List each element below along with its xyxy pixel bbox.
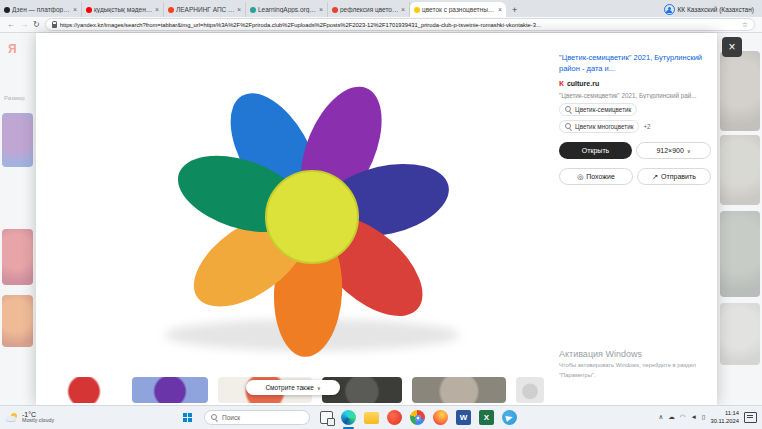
cloud-icon[interactable]: ☁: [668, 414, 675, 421]
tab-close-icon[interactable]: ×: [73, 6, 77, 13]
tag-chip[interactable]: Цветик-семицветик: [559, 103, 637, 116]
excel-icon[interactable]: X: [479, 410, 494, 425]
image-source-link[interactable]: К culture.ru: [559, 79, 711, 88]
profile-avatar-icon: [664, 4, 675, 15]
size-label: 912×900: [656, 147, 683, 154]
image-stage: [46, 57, 546, 373]
browser-tab[interactable]: ЛЕАРНИНГ АПС — Яндек...×: [164, 2, 246, 17]
close-viewer-button[interactable]: ×: [722, 37, 742, 57]
background-page-right: [717, 33, 762, 405]
browser-tab-bar: Дзен — платформа для п...×қудықстық мәде…: [0, 0, 762, 17]
word-icon[interactable]: W: [456, 410, 471, 425]
back-button[interactable]: ←: [7, 21, 15, 29]
similar-label: Похожие: [586, 173, 615, 180]
volume-icon[interactable]: ◄: [690, 414, 696, 421]
file-explorer-icon[interactable]: [364, 412, 379, 424]
battery-icon[interactable]: ▯: [702, 414, 706, 421]
browser-address-bar: ← → ↻ https://yandex.kz/images/search?fr…: [0, 17, 762, 33]
activation-line1: Чтобы активировать Windows, перейдите в …: [559, 361, 709, 369]
browser-tab[interactable]: Дзен — платформа для п...×: [0, 2, 82, 17]
taskbar-clock[interactable]: 11:14 30.11.2024: [710, 410, 739, 426]
action-center-icon[interactable]: [744, 412, 757, 423]
tab-favicon-icon: [4, 7, 10, 13]
tab-close-icon[interactable]: ×: [401, 6, 405, 13]
tag-label: Цветик многоцветик: [575, 123, 633, 130]
tag-chip[interactable]: Цветик многоцветик: [559, 120, 639, 133]
source-logo-icon: К: [559, 79, 564, 88]
background-page-left: Я Размер: [0, 33, 36, 405]
url-field[interactable]: https://yandex.kz/images/search?from=tab…: [45, 18, 755, 31]
windows-taskbar: -1°C Mostly cloudy Поиск WX ∧☁◠◄▯ 11:14 …: [0, 405, 762, 429]
see-also-button[interactable]: Смотрите также ∨: [246, 380, 340, 395]
start-button[interactable]: [176, 406, 198, 429]
url-text: https://yandex.kz/images/search?from=tab…: [60, 22, 739, 28]
chevron-down-icon: ∨: [317, 385, 321, 391]
tab-favicon-icon: [86, 7, 92, 13]
browser-tab[interactable]: рефлексия цветок настр...×: [328, 2, 410, 17]
edge-icon[interactable]: [341, 410, 356, 425]
tab-close-icon[interactable]: ×: [319, 6, 323, 13]
search-icon: [565, 123, 572, 130]
browser-tab[interactable]: LearningApps.org - созда...×: [246, 2, 328, 17]
image-info-panel: "Цветик-семицветик" 2021, Бутурлинский р…: [553, 33, 715, 405]
tab-title: ЛЕАРНИНГ АПС — Яндек...: [176, 6, 235, 13]
flower-center: [266, 171, 358, 263]
tab-title: рефлексия цветок настр...: [340, 6, 399, 13]
flower-image[interactable]: [46, 57, 546, 373]
see-also-thumbnail[interactable]: [412, 377, 506, 403]
send-icon: ↗: [652, 173, 658, 181]
tab-favicon-icon: [250, 7, 256, 13]
see-also-thumbnail[interactable]: [46, 377, 122, 403]
tab-favicon-icon: [414, 7, 420, 13]
chevron-down-icon: ∨: [687, 148, 691, 154]
similar-icon: ◎: [577, 173, 583, 181]
forward-button[interactable]: →: [20, 21, 28, 29]
similar-button[interactable]: ◎ Похожие: [559, 168, 633, 185]
browser-profile-chip[interactable]: КК Казахский (Казахстан): [664, 4, 762, 17]
task-view-icon[interactable]: [320, 411, 333, 424]
image-title-link[interactable]: "Цветик-семицветик" 2021, Бутурлинский р…: [559, 53, 711, 74]
size-select-button[interactable]: 912×900 ∨: [636, 142, 711, 159]
see-also-thumbnail[interactable]: [132, 377, 208, 403]
yandex-browser-icon[interactable]: [387, 410, 402, 425]
open-button[interactable]: Открыть: [559, 142, 632, 159]
tab-close-icon[interactable]: ×: [237, 6, 241, 13]
bookmark-star-icon[interactable]: ☆: [742, 21, 748, 29]
tab-close-icon[interactable]: ×: [498, 6, 502, 13]
weather-icon: [6, 413, 18, 423]
overlay-dim: [0, 33, 36, 405]
tab-title: цветок с разноцветными...: [422, 6, 496, 13]
system-tray: ∧☁◠◄▯ 11:14 30.11.2024: [658, 410, 762, 426]
firefox-icon[interactable]: [433, 410, 448, 425]
more-tags-button[interactable]: +2: [643, 123, 650, 130]
tab-strip: Дзен — платформа для п...×қудықстық мәде…: [0, 2, 506, 17]
tab-favicon-icon: [332, 7, 338, 13]
activation-line2: "Параметры".: [559, 371, 709, 379]
telegram-icon[interactable]: [502, 410, 517, 425]
chrome-icon[interactable]: [410, 410, 425, 425]
new-tab-button[interactable]: +: [512, 5, 517, 15]
see-also-label: Смотрите также: [265, 384, 314, 391]
reload-button[interactable]: ↻: [33, 21, 40, 29]
lock-icon: [52, 24, 57, 28]
tab-title: Дзен — платформа для п...: [12, 6, 71, 13]
clock-date: 30.11.2024: [710, 418, 739, 426]
image-description: "Цветик-семицветик" 2021, Бутурлинский р…: [559, 92, 711, 99]
tab-close-icon[interactable]: ×: [155, 6, 159, 13]
send-button[interactable]: ↗ Отправить: [637, 168, 711, 185]
see-also-thumbnail[interactable]: [516, 377, 544, 403]
network-icon[interactable]: ◠: [680, 414, 686, 421]
image-viewer-modal: "Цветик-семицветик" 2021, Бутурлинский р…: [36, 33, 717, 405]
browser-tab[interactable]: қудықстық мәдениет - You...×: [82, 2, 164, 17]
search-icon: [211, 414, 218, 421]
open-button-label: Открыть: [582, 147, 610, 154]
taskbar-weather-widget[interactable]: -1°C Mostly cloudy: [0, 411, 80, 425]
send-label: Отправить: [661, 173, 696, 180]
activation-title: Активация Windows: [559, 349, 709, 359]
tag-label: Цветик-семицветик: [575, 106, 631, 113]
clock-time: 11:14: [710, 410, 739, 418]
chevron-up-icon[interactable]: ∧: [658, 414, 663, 421]
browser-tab[interactable]: цветок с разноцветными...×: [410, 2, 506, 17]
taskbar-search[interactable]: Поиск: [204, 410, 310, 425]
page-area: Я Размер "Цветик-семицветик" 2021, Бутур…: [0, 33, 762, 405]
